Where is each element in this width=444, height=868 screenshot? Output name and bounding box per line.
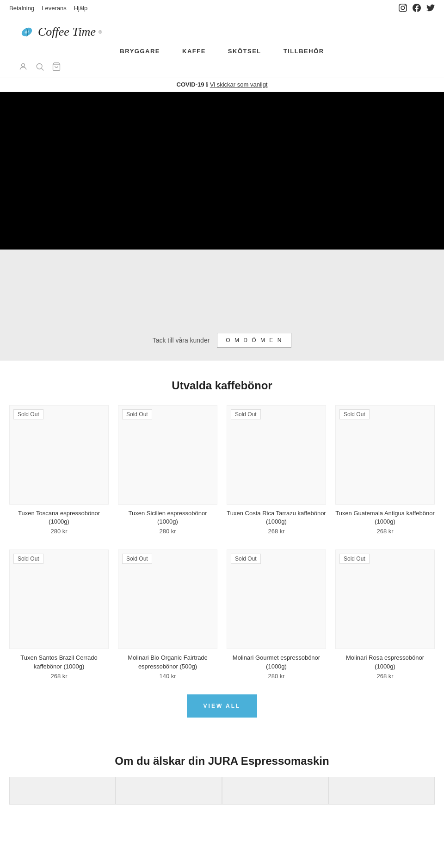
nav-hjalp[interactable]: Hjälp (74, 5, 88, 12)
jura-title: Om du älskar din JURA Espressomaskin (9, 755, 435, 768)
product-price-3: 268 kr (268, 528, 284, 535)
product-image-4: Sold Out (335, 405, 435, 505)
logo-nav-area: Coffee Time ® BRYGGARE KAFFE SKÖTSEL TIL… (0, 16, 444, 77)
product-price-2: 280 kr (159, 528, 176, 535)
product-name-3: Tuxen Costa Rica Tarrazu kaffebönor (100… (227, 509, 326, 526)
product-image-7: Sold Out (227, 550, 326, 649)
reviews-text: Tack till våra kunder (153, 337, 210, 344)
nav-skotsel[interactable]: SKÖTSEL (228, 48, 261, 55)
view-all-container: VIEW ALL (9, 694, 435, 718)
machine-grid (9, 777, 435, 805)
product-name-2: Tuxen Sicilien espressobönor (1000g) (118, 509, 217, 526)
sold-out-badge-8: Sold Out (339, 554, 370, 564)
sold-out-badge-6: Sold Out (122, 554, 152, 564)
product-card-5: Sold Out Tuxen Santos Brazil Cerrado kaf… (9, 550, 109, 679)
machine-card-4 (328, 777, 435, 805)
logo[interactable]: Coffee Time ® (18, 24, 102, 40)
product-name-4: Tuxen Guatemala Antigua kaffebönor (1000… (335, 509, 435, 526)
product-card-6: Sold Out Molinari Bio Organic Fairtrade … (118, 550, 217, 679)
user-icon[interactable] (18, 62, 28, 71)
svg-point-2 (22, 63, 25, 67)
sold-out-badge-1: Sold Out (13, 409, 43, 419)
product-card-1: Sold Out Tuxen Toscana espressobönor (10… (9, 405, 109, 535)
utility-icons (9, 62, 435, 77)
nav-leverans[interactable]: Leverans (42, 5, 66, 12)
product-image-1: Sold Out (9, 405, 109, 505)
nav-tillbehor[interactable]: TILLBEHÖR (284, 48, 324, 55)
search-icon[interactable] (35, 62, 44, 71)
product-card-7: Sold Out Molinari Gourmet espressobönor … (227, 550, 326, 679)
machine-card-2 (116, 777, 222, 805)
product-card-8: Sold Out Molinari Rosa espressobönor (10… (335, 550, 435, 679)
machine-card-3 (222, 777, 328, 805)
logo-icon (18, 24, 35, 40)
product-card-2: Sold Out Tuxen Sicilien espressobönor (1… (118, 405, 217, 535)
product-image-5: Sold Out (9, 550, 109, 649)
product-name-8: Molinari Rosa espressobönor (1000g) (335, 654, 435, 670)
product-image-2: Sold Out (118, 405, 217, 505)
hero-grey-section: Tack till våra kunder O M D Ö M E N (0, 250, 444, 361)
covid-link[interactable]: Vi skickar som vanligt (210, 81, 268, 88)
reviews-button[interactable]: O M D Ö M E N (217, 333, 291, 348)
hero-image (0, 92, 444, 250)
product-grid-row1: Sold Out Tuxen Toscana espressobönor (10… (9, 405, 435, 535)
sold-out-badge-3: Sold Out (231, 409, 261, 419)
sold-out-badge-5: Sold Out (13, 554, 43, 564)
product-grid-row2: Sold Out Tuxen Santos Brazil Cerrado kaf… (9, 550, 435, 679)
social-icons (399, 4, 435, 12)
svg-line-4 (42, 69, 44, 71)
nav-bryggare[interactable]: BRYGGARE (120, 48, 160, 55)
product-name-1: Tuxen Toscana espressobönor (1000g) (9, 509, 109, 526)
product-image-6: Sold Out (118, 550, 217, 649)
machine-card-1 (9, 777, 116, 805)
logo-text: Coffee Time (38, 25, 96, 39)
product-price-4: 268 kr (376, 528, 393, 535)
product-name-7: Molinari Gourmet espressobönor (1000g) (227, 654, 326, 670)
product-image-3: Sold Out (227, 405, 326, 505)
logo-area: Coffee Time ® (9, 16, 435, 40)
product-name-5: Tuxen Santos Brazil Cerrado kaffebönor (… (9, 654, 109, 670)
product-price-1: 280 kr (50, 528, 67, 535)
instagram-icon[interactable] (399, 4, 407, 12)
product-image-8: Sold Out (335, 550, 435, 649)
product-card-3: Sold Out Tuxen Costa Rica Tarrazu kaffeb… (227, 405, 326, 535)
product-price-6: 140 kr (159, 673, 176, 680)
product-price-8: 268 kr (376, 673, 393, 680)
sold-out-badge-7: Sold Out (231, 554, 261, 564)
products-section: Utvalda kaffebönor Sold Out Tuxen Toscan… (0, 361, 444, 745)
product-price-5: 268 kr (50, 673, 67, 680)
featured-title: Utvalda kaffebönor (9, 379, 435, 392)
nav-kaffe[interactable]: KAFFE (182, 48, 206, 55)
sold-out-badge-2: Sold Out (122, 409, 152, 419)
product-card-4: Sold Out Tuxen Guatemala Antigua kaffebö… (335, 405, 435, 535)
top-nav-links: Betalning Leverans Hjälp (9, 5, 87, 12)
view-all-button[interactable]: VIEW ALL (187, 694, 258, 718)
covid-banner: COVID-19 ℹ Vi skickar som vanligt (0, 77, 444, 92)
facebook-icon[interactable] (413, 4, 421, 12)
reviews-area: Tack till våra kunder O M D Ö M E N (153, 333, 292, 348)
sold-out-badge-4: Sold Out (339, 409, 370, 419)
nav-betalning[interactable]: Betalning (9, 5, 34, 12)
main-nav: BRYGGARE KAFFE SKÖTSEL TILLBEHÖR (9, 40, 435, 62)
cart-icon[interactable] (52, 62, 61, 71)
product-name-6: Molinari Bio Organic Fairtrade espressob… (118, 654, 217, 670)
covid-label: COVID-19 (177, 81, 204, 88)
twitter-icon[interactable] (426, 4, 435, 12)
svg-point-3 (37, 63, 42, 69)
covid-icon: ℹ (206, 81, 210, 88)
product-price-7: 280 kr (268, 673, 284, 680)
jura-section: Om du älskar din JURA Espressomaskin (0, 745, 444, 814)
top-nav: Betalning Leverans Hjälp (0, 0, 444, 16)
